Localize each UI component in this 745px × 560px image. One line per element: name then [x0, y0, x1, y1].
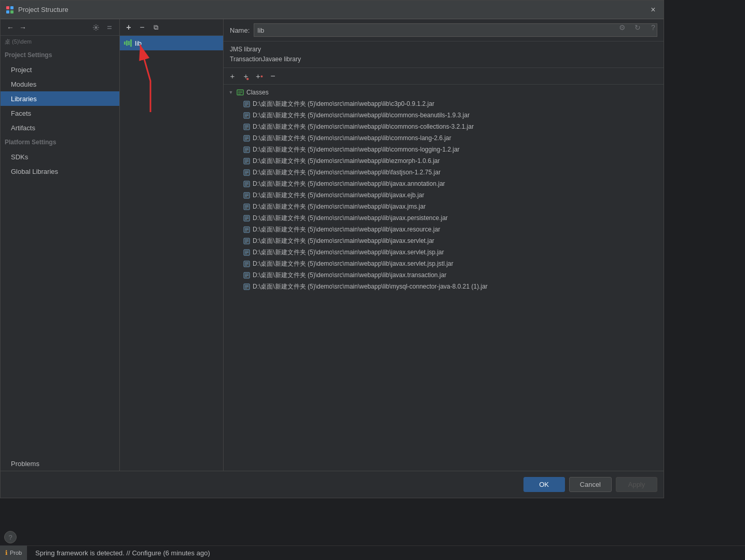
jar-icon-11: [242, 225, 251, 234]
tree-item-label-15: D:\桌面\新建文件夹 (5)\demo\src\main\webapp\lib…: [253, 271, 446, 280]
library-info-line-2: TransactionJavaee library: [230, 54, 657, 64]
library-icon: [124, 39, 132, 47]
tree-item-label-0: D:\桌面\新建文件夹 (5)\demo\src\main\webapp\lib…: [253, 100, 434, 108]
classes-expand-arrow[interactable]: ▼: [228, 89, 234, 95]
tree-item-12[interactable]: D:\桌面\新建文件夹 (5)\demo\src\main\webapp\lib…: [224, 235, 664, 247]
jar-icon-15: [242, 271, 251, 279]
remove-class-button[interactable]: −: [267, 71, 279, 82]
tree-item-label-16: D:\桌面\新建文件夹 (5)\demo\src\main\webapp\lib…: [253, 282, 488, 291]
remove-library-button[interactable]: −: [136, 22, 148, 33]
tree-item-label-5: D:\桌面\新建文件夹 (5)\demo\src\main\webapp\lib…: [253, 157, 440, 166]
svg-rect-2: [6, 10, 9, 13]
copy-library-button[interactable]: ⧉: [150, 22, 161, 33]
back-button[interactable]: ←: [5, 22, 16, 33]
help-top-icon[interactable]: ?: [647, 21, 659, 34]
jar-icon-1: [242, 111, 251, 119]
library-item-lib[interactable]: lib: [120, 36, 223, 50]
middle-toolbar: + − ⧉: [120, 19, 223, 36]
tree-item-label-14: D:\桌面\新建文件夹 (5)\demo\src\main\webapp\lib…: [253, 259, 453, 268]
help-button[interactable]: ?: [4, 531, 17, 543]
tree-item-label-1: D:\桌面\新建文件夹 (5)\demo\src\main\webapp\lib…: [253, 111, 470, 120]
tree-item-8[interactable]: D:\桌面\新建文件夹 (5)\demo\src\main\webapp\lib…: [224, 189, 664, 201]
tree-item-1[interactable]: D:\桌面\新建文件夹 (5)\demo\src\main\webapp\lib…: [224, 110, 664, 121]
tree-item-9[interactable]: D:\桌面\新建文件夹 (5)\demo\src\main\webapp\lib…: [224, 201, 664, 212]
add-classes-button[interactable]: +: [227, 71, 238, 82]
middle-panel: + − ⧉ lib: [120, 19, 224, 471]
project-structure-dialog: Project Structure × ⚙ ↻ ? ← →: [0, 0, 664, 498]
tree-item-label-4: D:\桌面\新建文件夹 (5)\demo\src\main\webapp\lib…: [253, 145, 460, 154]
sidebar-item-problems[interactable]: Problems: [1, 456, 119, 471]
add-ext-button[interactable]: + ●: [254, 71, 265, 82]
jar-icon-4: [242, 145, 251, 154]
problems-tab[interactable]: ℹ Prob: [0, 545, 27, 560]
jar-icon-7: [242, 180, 251, 188]
library-item-label: lib: [135, 39, 142, 47]
breadcrumb: 桌 (5)\dem: [1, 36, 119, 48]
tree-item-6[interactable]: D:\桌面\新建文件夹 (5)\demo\src\main\webapp\lib…: [224, 167, 664, 178]
tree-item-5[interactable]: D:\桌面\新建文件夹 (5)\demo\src\main\webapp\lib…: [224, 155, 664, 167]
sidebar-expand-button[interactable]: [104, 22, 115, 33]
tree-item-label-13: D:\桌面\新建文件夹 (5)\demo\src\main\webapp\lib…: [253, 248, 444, 257]
name-input[interactable]: [254, 23, 657, 37]
tree-item-2[interactable]: D:\桌面\新建文件夹 (5)\demo\src\main\webapp\lib…: [224, 121, 664, 132]
tree-item-14[interactable]: D:\桌面\新建文件夹 (5)\demo\src\main\webapp\lib…: [224, 258, 664, 269]
sidebar-config-button[interactable]: [90, 22, 102, 33]
jar-icon-13: [242, 248, 251, 256]
jar-icon-16: [242, 282, 251, 291]
tree-item-13[interactable]: D:\桌面\新建文件夹 (5)\demo\src\main\webapp\lib…: [224, 247, 664, 258]
sidebar-item-facets[interactable]: Facets: [1, 106, 119, 120]
tree-item-3[interactable]: D:\桌面\新建文件夹 (5)\demo\src\main\webapp\lib…: [224, 132, 664, 144]
tree-item-16[interactable]: D:\桌面\新建文件夹 (5)\demo\src\main\webapp\lib…: [224, 281, 664, 292]
jar-icon-8: [242, 191, 251, 199]
tree-item-label-3: D:\桌面\新建文件夹 (5)\demo\src\main\webapp\lib…: [253, 134, 451, 143]
project-settings-header: Project Settings: [1, 48, 119, 62]
tree-item-7[interactable]: D:\桌面\新建文件夹 (5)\demo\src\main\webapp\lib…: [224, 178, 664, 189]
nav-arrows: ← →: [5, 22, 29, 33]
tree-item-15[interactable]: D:\桌面\新建文件夹 (5)\demo\src\main\webapp\lib…: [224, 269, 664, 281]
sidebar-item-sdks[interactable]: SDKs: [1, 149, 119, 164]
name-row: Name:: [224, 19, 664, 42]
tree-item-10[interactable]: D:\桌面\新建文件夹 (5)\demo\src\main\webapp\lib…: [224, 212, 664, 224]
svg-point-4: [95, 26, 98, 29]
add-jar-button[interactable]: + ●: [240, 71, 252, 82]
sidebar-item-modules[interactable]: Modules: [1, 77, 119, 91]
sidebar-item-global-libraries[interactable]: Global Libraries: [1, 164, 119, 179]
tree-item-4[interactable]: D:\桌面\新建文件夹 (5)\demo\src\main\webapp\lib…: [224, 144, 664, 155]
tree-item-11[interactable]: D:\桌面\新建文件夹 (5)\demo\src\main\webapp\lib…: [224, 224, 664, 235]
ok-button[interactable]: OK: [523, 477, 565, 492]
add-library-button[interactable]: +: [123, 22, 134, 33]
sidebar-item-project[interactable]: Project: [1, 62, 119, 77]
title-bar-left: Project Structure: [6, 6, 68, 14]
sidebar-item-artifacts[interactable]: Artifacts: [1, 120, 119, 135]
project-structure-icon: [6, 6, 14, 14]
apply-button[interactable]: Apply: [616, 477, 657, 492]
tree-item-label-11: D:\桌面\新建文件夹 (5)\demo\src\main\webapp\lib…: [253, 225, 440, 234]
library-info-line-1: JMS library: [230, 45, 657, 54]
sidebar: ← → 桌 (5)\dem Pr: [1, 19, 120, 471]
problems-label: Prob: [10, 550, 22, 556]
tree-item-label-12: D:\桌面\新建文件夹 (5)\demo\src\main\webapp\lib…: [253, 237, 434, 245]
jar-icon-10: [242, 214, 251, 222]
cancel-button[interactable]: Cancel: [569, 477, 612, 492]
tree-item-0[interactable]: D:\桌面\新建文件夹 (5)\demo\src\main\webapp\lib…: [224, 98, 664, 110]
tree-item-label-9: D:\桌面\新建文件夹 (5)\demo\src\main\webapp\lib…: [253, 202, 425, 211]
jar-icon-9: [242, 202, 251, 211]
jar-icon-5: [242, 157, 251, 165]
status-text: Spring framework is detected. // Configu…: [35, 549, 210, 557]
title-bar: Project Structure ×: [1, 1, 664, 19]
jar-icon-2: [242, 122, 251, 131]
close-button[interactable]: ×: [648, 5, 658, 15]
settings-icon[interactable]: ⚙: [616, 21, 628, 34]
forward-button[interactable]: →: [17, 22, 29, 33]
platform-settings-header: Platform Settings: [1, 135, 119, 149]
svg-rect-3: [10, 10, 13, 13]
tree-item-label-8: D:\桌面\新建文件夹 (5)\demo\src\main\webapp\lib…: [253, 191, 424, 200]
classes-node[interactable]: ▼ Classes: [224, 87, 664, 98]
tree-item-label-6: D:\桌面\新建文件夹 (5)\demo\src\main\webapp\lib…: [253, 168, 440, 177]
dialog-content: ← → 桌 (5)\dem Pr: [1, 19, 664, 471]
history-icon[interactable]: ↻: [631, 21, 644, 34]
tree-item-label-7: D:\桌面\新建文件夹 (5)\demo\src\main\webapp\lib…: [253, 180, 445, 188]
sidebar-item-libraries[interactable]: Libraries: [1, 91, 119, 106]
classes-icon: [236, 88, 244, 97]
bottom-bar: OK Cancel Apply: [1, 471, 664, 498]
